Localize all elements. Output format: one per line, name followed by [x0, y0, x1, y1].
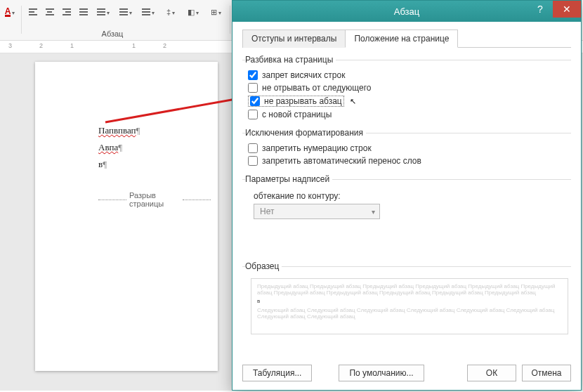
- separator: [230, 6, 230, 34]
- page-break-before-check[interactable]: с новой страницы: [248, 108, 571, 121]
- formatting-legend: Исключения форматирования: [245, 128, 366, 138]
- ruler-mark: 2: [39, 42, 43, 49]
- wrap-select-value: Нет: [260, 207, 274, 216]
- suppress-line-numbers-input[interactable]: [248, 143, 258, 153]
- wrap-label: обтекание по контуру:: [254, 191, 571, 201]
- preview-next: Следующий абзац Следующий абзац Следующи…: [257, 307, 562, 320]
- dialog-titlebar[interactable]: Абзац ? ✕: [232, 1, 581, 22]
- numbering-button[interactable]: [116, 6, 136, 18]
- preview-group: Образец Предыдущий абзац Предыдущий абза…: [242, 261, 571, 334]
- no-hyphenation-input[interactable]: [248, 156, 258, 166]
- align-justify-button[interactable]: [77, 6, 91, 18]
- ruler-mark: 1: [70, 42, 74, 49]
- align-right-button[interactable]: [60, 6, 74, 18]
- preview-prev: Предыдущий абзац Предыдущий абзац Предыд…: [257, 283, 562, 296]
- bullets-button[interactable]: [93, 6, 113, 18]
- text-line: в¶: [98, 159, 211, 170]
- page[interactable]: Папвпвап¶ Авпа¶ в¶ Разрыв страницы: [35, 62, 218, 371]
- text-line: Папвпвап¶: [98, 125, 211, 136]
- page-break-label: Разрыв страницы: [129, 191, 180, 208]
- borders-button[interactable]: ⊞: [206, 6, 225, 18]
- page-break-before-input[interactable]: [248, 110, 258, 119]
- paragraph-dialog: Абзац ? ✕ Отступы и интервалы Положение …: [232, 0, 582, 391]
- preview-legend: Образец: [245, 261, 282, 271]
- shading-button[interactable]: ◧: [183, 6, 203, 18]
- suppress-line-numbers-check[interactable]: запретить нумерацию строк: [248, 142, 571, 155]
- ruler-mark: 2: [163, 42, 166, 49]
- textbox-legend: Параметры надписей: [245, 174, 332, 184]
- keep-lines-together-check[interactable]: не разрывать абзац: [248, 96, 344, 107]
- ruler-mark: 3: [8, 42, 12, 49]
- close-button[interactable]: ✕: [553, 1, 581, 18]
- widow-control-check[interactable]: запрет висячих строк: [248, 69, 571, 81]
- ruler-mark: 1: [132, 42, 136, 49]
- dialog-body: Отступы и интервалы Положение на страниц…: [232, 22, 581, 358]
- line-spacing-button[interactable]: ‡: [161, 6, 181, 18]
- font-color-button[interactable]: A: [3, 6, 17, 18]
- separator: [21, 6, 22, 34]
- page-break-indicator: Разрыв страницы: [98, 191, 211, 208]
- multilevel-button[interactable]: [138, 6, 158, 18]
- preview-box: Предыдущий абзац Предыдущий абзац Предыд…: [251, 278, 568, 334]
- preview-current: в: [257, 298, 562, 304]
- cursor-icon: ↖: [350, 97, 356, 106]
- tab-indents[interactable]: Отступы и интервалы: [242, 30, 346, 48]
- formatting-exceptions-group: Исключения форматирования запретить нуме…: [242, 128, 571, 167]
- keep-with-next-check[interactable]: не отрывать от следующего: [248, 81, 571, 94]
- align-center-button[interactable]: [43, 6, 57, 18]
- pagination-group: Разбивка на страницы запрет висячих стро…: [242, 55, 571, 121]
- text-line: Авпа¶: [98, 142, 211, 153]
- keep-lines-together-input[interactable]: [250, 96, 260, 106]
- tabs-button[interactable]: Табуляция...: [242, 365, 312, 381]
- align-left-button[interactable]: [26, 6, 40, 18]
- no-hyphenation-check[interactable]: запретить автоматический перенос слов: [248, 155, 571, 167]
- wrap-select[interactable]: Нет ▾: [254, 204, 380, 219]
- keep-with-next-input[interactable]: [248, 83, 258, 93]
- cancel-button[interactable]: Отмена: [522, 365, 571, 381]
- ok-button[interactable]: ОК: [467, 365, 516, 381]
- dialog-title: Абзац: [394, 6, 419, 17]
- widow-control-input[interactable]: [248, 70, 258, 80]
- chevron-down-icon: ▾: [372, 208, 375, 216]
- paragraph-group-label: Абзац: [91, 30, 133, 38]
- help-button[interactable]: ?: [528, 1, 553, 18]
- dialog-footer: Табуляция... По умолчанию... ОК Отмена: [232, 358, 581, 390]
- pagination-legend: Разбивка на страницы: [245, 55, 336, 65]
- dialog-tabs: Отступы и интервалы Положение на страниц…: [242, 29, 571, 48]
- tab-page-position[interactable]: Положение на странице: [345, 30, 458, 48]
- set-default-button[interactable]: По умолчанию...: [339, 365, 424, 381]
- textbox-options-group: Параметры надписей обтекание по контуру:…: [242, 174, 571, 219]
